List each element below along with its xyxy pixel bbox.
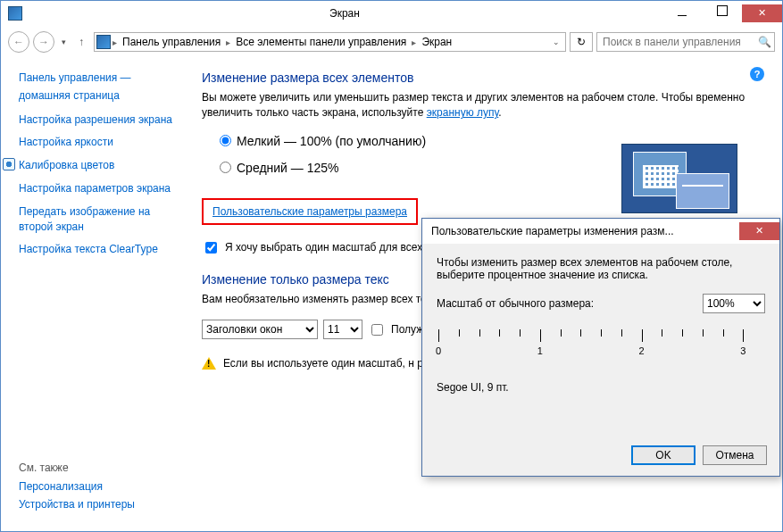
location-icon (96, 35, 111, 49)
search-icon[interactable]: 🔍 (758, 36, 771, 48)
crumb-mid[interactable]: Все элементы панели управления (232, 36, 410, 48)
crumb-root[interactable]: Панель управления (119, 36, 224, 48)
seealso-heading: См. также (19, 461, 184, 474)
seealso-personalization[interactable]: Персонализация (19, 479, 184, 495)
single-scale-checkbox[interactable] (205, 242, 217, 254)
crumb-sep: ▸ (226, 37, 230, 47)
bold-checkbox[interactable] (371, 324, 383, 336)
ruler[interactable]: 0 1 2 3 (437, 326, 765, 365)
maximize-button[interactable] (702, 4, 742, 22)
scale-row: Масштаб от обычного размера: 100% (437, 294, 765, 313)
crumb-sep: ▸ (112, 37, 117, 47)
font-sample: Segoe UI, 9 пт. (437, 381, 765, 394)
radio-medium[interactable] (220, 162, 231, 173)
sidebar-seealso: См. также Персонализация Устройства и пр… (19, 461, 184, 515)
address-bar[interactable]: ▸ Панель управления ▸ Все элементы панел… (94, 32, 566, 52)
scale-dropdown[interactable]: 100% (703, 294, 765, 313)
crumb-leaf[interactable]: Экран (418, 36, 455, 48)
help-button[interactable]: ? (750, 67, 764, 81)
ruler-2: 2 (638, 345, 644, 356)
close-button[interactable] (742, 4, 782, 22)
sidebar-item-project[interactable]: Передать изображение на второй экран (19, 204, 177, 235)
address-dropdown[interactable]: ⌄ (549, 37, 563, 46)
sidebar-item-display-settings[interactable]: Настройка параметров экрана (19, 181, 171, 196)
shield-icon (3, 158, 15, 170)
forward-button[interactable]: → (33, 31, 54, 53)
seealso-devices[interactable]: Устройства и принтеры (19, 497, 184, 512)
highlighted-link-box: Пользовательские параметры размера (202, 198, 418, 225)
window-controls (662, 4, 782, 22)
radio-small[interactable] (220, 135, 231, 146)
sidebar-item-calibrate[interactable]: Калибровка цветов (19, 158, 114, 173)
heading-resize-all: Изменение размера всех элементов (202, 71, 764, 85)
control-panel-home-1[interactable]: Панель управления — (19, 71, 177, 86)
radio-medium-label: Средний — 125% (237, 161, 339, 175)
search-input[interactable] (601, 35, 758, 49)
dialog-title-text: Пользовательские параметры изменения раз… (431, 225, 739, 237)
sidebar: Панель управления — домашняя страница На… (1, 58, 184, 531)
intro-b: . (498, 106, 501, 119)
cancel-button[interactable]: Отмена (703, 445, 767, 465)
ruler-0: 0 (436, 345, 441, 356)
back-button[interactable]: ← (8, 31, 29, 53)
sidebar-item-brightness[interactable]: Настройка яркости (19, 135, 113, 150)
minimize-button[interactable] (662, 4, 702, 22)
app-icon (8, 6, 22, 21)
custom-size-dialog: Пользовательские параметры изменения раз… (421, 218, 780, 477)
titlebar: Экран (1, 1, 782, 26)
single-scale-label: Я хочу выбрать один масштаб для всех (225, 241, 422, 254)
scale-label: Масштаб от обычного размера: (437, 297, 594, 310)
custom-size-link[interactable]: Пользовательские параметры размера (212, 205, 407, 218)
intro-text: Вы можете увеличить или уменьшить размер… (202, 90, 764, 121)
warning-icon (202, 357, 216, 370)
up-button[interactable]: ↑ (72, 33, 90, 51)
refresh-button[interactable]: ↻ (570, 32, 593, 52)
fontsize-dropdown[interactable]: 11 (323, 320, 362, 339)
magnifier-link[interactable]: экранную лупу (427, 106, 499, 119)
navbar: ← → ▾ ↑ ▸ Панель управления ▸ Все элемен… (1, 26, 782, 58)
radio-small-label: Мелкий — 100% (по умолчанию) (237, 134, 426, 148)
dialog-close-button[interactable] (739, 222, 779, 240)
history-dropdown[interactable]: ▾ (58, 31, 69, 53)
element-dropdown[interactable]: Заголовки окон (202, 320, 318, 339)
window-title: Экран (28, 7, 662, 20)
dialog-buttons: OK Отмена (631, 445, 767, 465)
control-panel-home-2[interactable]: домашняя страница (19, 88, 177, 104)
preview-window-2 (676, 173, 729, 209)
crumb-sep: ▸ (412, 37, 416, 47)
ruler-1: 1 (537, 345, 543, 356)
sidebar-home[interactable]: Панель управления — домашняя страница (19, 71, 177, 104)
dialog-body: Чтобы изменить размер всех элементов на … (422, 244, 779, 406)
ruler-3: 3 (740, 345, 746, 356)
preview-illustration (621, 144, 737, 213)
sidebar-item-cleartype[interactable]: Настройка текста ClearType (19, 242, 158, 257)
search-box[interactable]: 🔍 (596, 32, 775, 52)
dialog-titlebar: Пользовательские параметры изменения раз… (422, 219, 779, 244)
dialog-intro: Чтобы изменить размер всех элементов на … (437, 256, 765, 281)
ok-button[interactable]: OK (631, 445, 696, 465)
preview-grid-icon (643, 165, 679, 188)
sidebar-item-resolution[interactable]: Настройка разрешения экрана (19, 112, 172, 128)
